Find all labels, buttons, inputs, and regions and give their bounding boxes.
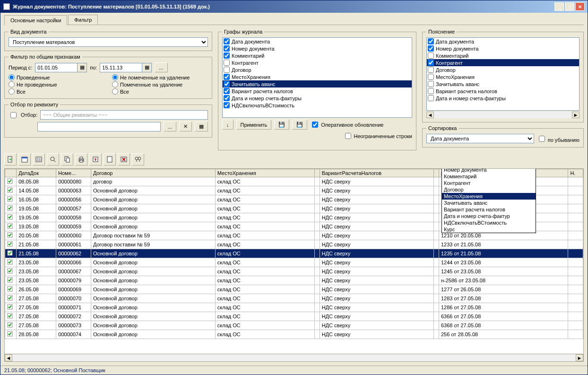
requisite-ellipsis-button[interactable]: ... <box>164 122 176 131</box>
maximize-button[interactable]: □ <box>565 2 574 11</box>
table-button[interactable] <box>33 153 45 166</box>
checklist-item[interactable]: Дата документа <box>223 38 412 45</box>
save-settings-button[interactable]: 💾 <box>274 120 289 130</box>
status-radio[interactable]: Все <box>9 88 104 95</box>
checklist-item[interactable]: Договор <box>223 66 412 73</box>
table-row[interactable]: 21.05.0800000061Договор поставки № 59скл… <box>5 240 583 249</box>
doc-type-select[interactable]: Поступление материалов <box>9 37 208 47</box>
minimize-button[interactable]: _ <box>554 2 564 11</box>
tab-main[interactable]: Основные настройки <box>4 15 67 25</box>
column-header[interactable]: Номе... <box>56 169 91 177</box>
column-header[interactable]: ВариантРасчетаНалогов <box>320 169 434 177</box>
requisite-value-input[interactable] <box>37 122 161 131</box>
sort-option[interactable]: Зачитывать аванс <box>442 200 536 206</box>
table-row[interactable]: 26.05.0800000069Основной договорсклад ОС… <box>5 285 583 294</box>
checklist-item[interactable]: Дата документа <box>427 38 579 45</box>
blank-button[interactable] <box>104 153 116 166</box>
column-header[interactable]: Договор <box>91 169 215 177</box>
checklist-item[interactable]: Комментарий <box>223 52 412 59</box>
table-row[interactable]: 27.05.0800000072Основной договорсклад ОС… <box>5 312 583 321</box>
calendar-button[interactable] <box>18 153 31 166</box>
grid-scroll-left[interactable]: ◄ <box>5 354 12 361</box>
checklist-item[interactable]: Дата и номер счета-фактуры <box>223 95 412 102</box>
checklist-item[interactable]: Зачитывать аванс <box>427 80 579 87</box>
calendar-icon[interactable]: ▦ <box>78 63 87 72</box>
print-button[interactable] <box>75 153 87 166</box>
sort-option[interactable]: Вариант расчета налогов <box>442 206 536 213</box>
journal-columns-list[interactable]: Дата документаНомер документаКомментарий… <box>222 37 412 118</box>
table-row[interactable]: 23.05.0800000067Основной договорсклад ОС… <box>5 267 583 276</box>
grid-scroll-right[interactable]: ► <box>576 354 583 361</box>
column-header[interactable] <box>434 169 439 177</box>
status-radio[interactable]: Не помеченные на удаление <box>112 74 208 80</box>
column-header[interactable]: ДатаДок <box>17 169 56 177</box>
tab-filter[interactable]: Фильтр <box>68 15 98 25</box>
apply-button[interactable]: Применить <box>236 120 272 130</box>
period-ellipsis-button[interactable]: ... <box>155 62 167 72</box>
checklist-item[interactable]: Договор <box>427 66 579 73</box>
status-radio[interactable]: Все <box>112 88 208 95</box>
explain-list[interactable]: Дата документаНомер документаКомментарий… <box>426 37 579 111</box>
table-row[interactable]: 27.05.0800000073Основной договорсклад ОС… <box>5 321 583 330</box>
status-radio[interactable]: Не проведенные <box>9 81 104 87</box>
checklist-item[interactable]: НДСвключатьВСтоимость <box>223 102 412 109</box>
sort-option[interactable]: Курс <box>442 226 536 233</box>
checklist-item[interactable]: МестоХранения <box>427 73 579 80</box>
table-row[interactable]: 27.05.0800000071Основной договорсклад ОС… <box>5 303 583 312</box>
delete-button[interactable] <box>118 153 130 166</box>
requisite-lookup-button[interactable]: ▦ <box>195 122 208 131</box>
checklist-item[interactable]: Дата и номер счета-фактуры <box>427 95 579 102</box>
checklist-item[interactable]: МестоХранения <box>223 73 412 80</box>
sort-option[interactable]: Договор <box>442 186 536 193</box>
requisite-combo[interactable] <box>40 110 208 120</box>
checklist-item[interactable]: Вариант расчета налогов <box>427 87 579 95</box>
table-row[interactable]: 28.05.0800000074Основной договорсклад ОС… <box>5 330 583 339</box>
apply-arrow-button[interactable]: ↓ <box>222 120 233 130</box>
table-row[interactable]: 23.05.0800000079Основной договорсклад ОС… <box>5 276 583 285</box>
save-button-2[interactable]: 💾 <box>292 120 307 130</box>
table-row[interactable]: 23.05.0800000066Основной договорсклад ОС… <box>5 258 583 267</box>
status-radio[interactable]: Проведенные <box>9 74 104 80</box>
requisite-enable-checkbox[interactable] <box>10 112 17 118</box>
sort-select[interactable]: Дата документа <box>426 134 534 143</box>
checklist-item[interactable]: Комментарий <box>427 52 579 59</box>
checklist-item[interactable]: Зачитывать аванс <box>223 80 412 87</box>
search-button[interactable] <box>47 153 59 166</box>
operative-update-checkbox[interactable] <box>312 122 318 128</box>
date-to-input[interactable] <box>100 63 142 72</box>
scroll-right-button[interactable]: ► <box>572 112 579 118</box>
table-row[interactable]: 27.05.0800000070Основной договорсклад ОС… <box>5 294 583 303</box>
sort-dropdown-list[interactable]: Дата документаНомер документаКомментарий… <box>441 168 536 233</box>
checklist-item[interactable]: Номер документа <box>427 45 579 52</box>
sort-option[interactable]: Дата и номер счета-фактур <box>442 213 536 219</box>
export-button[interactable] <box>89 153 102 166</box>
table-row[interactable]: 21.05.0800000062Основной договорсклад ОС… <box>5 249 583 258</box>
status-radio[interactable]: Помеченные на удаление <box>112 81 208 87</box>
date-from-input[interactable] <box>35 63 78 72</box>
unlimited-rows-checkbox[interactable] <box>345 133 351 139</box>
copy-button[interactable] <box>61 153 73 166</box>
document-grid[interactable]: ДатаДокНоме...ДоговорМестоХраненияВариан… <box>4 168 584 362</box>
column-header[interactable]: Н. <box>568 169 583 177</box>
sort-option[interactable]: Контрагент <box>442 180 536 186</box>
new-doc-button[interactable] <box>4 153 17 166</box>
checklist-item[interactable]: Номер документа <box>223 45 412 52</box>
checklist-item[interactable]: Контрагент <box>427 59 579 66</box>
sort-desc-checkbox[interactable] <box>539 136 545 142</box>
sort-option[interactable]: НДСвключатьВСтоимость <box>442 219 536 226</box>
calendar-icon[interactable]: ▦ <box>142 63 152 72</box>
sort-option[interactable]: Номер документа <box>442 168 536 173</box>
checklist-item[interactable]: Вариант расчета налогов <box>223 87 412 95</box>
find-button[interactable] <box>132 153 144 166</box>
column-header[interactable] <box>5 169 17 177</box>
scroll-track[interactable] <box>434 112 572 118</box>
scroll-left-button[interactable]: ◄ <box>426 112 434 118</box>
sort-option[interactable]: Комментарий <box>442 173 536 180</box>
column-header[interactable]: МестоХранения <box>215 169 314 177</box>
grid-scroll-track[interactable] <box>12 354 576 361</box>
titlebar[interactable]: Журнал документов: Поступление материало… <box>0 0 588 13</box>
requisite-clear-button[interactable]: ✕ <box>179 122 192 131</box>
checklist-item[interactable]: Контрагент <box>223 59 412 66</box>
column-header[interactable] <box>315 169 320 177</box>
close-button[interactable]: ✕ <box>575 2 585 11</box>
